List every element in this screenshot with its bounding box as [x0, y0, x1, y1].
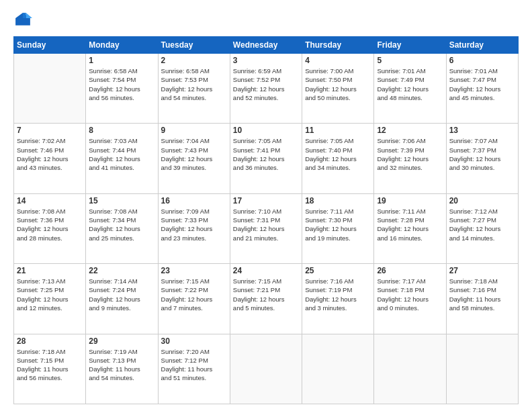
cell-4-3 [230, 334, 302, 404]
col-tuesday: Tuesday [158, 37, 230, 54]
cell-4-1: 29Sunrise: 7:19 AMSunset: 7:13 PMDayligh… [86, 334, 158, 404]
week-row-2: 7Sunrise: 7:02 AMSunset: 7:46 PMDaylight… [14, 124, 519, 193]
day-num-4-2: 30 [161, 336, 227, 346]
day-num-0-2: 2 [161, 56, 227, 65]
day-num-1-5: 12 [377, 126, 443, 135]
day-num-0-4: 4 [305, 56, 371, 65]
day-info-0-5: Sunrise: 7:01 AMSunset: 7:49 PMDaylight:… [377, 66, 443, 102]
week-row-5: 28Sunrise: 7:18 AMSunset: 7:15 PMDayligh… [14, 334, 519, 404]
cell-3-6: 27Sunrise: 7:18 AMSunset: 7:16 PMDayligh… [446, 264, 518, 334]
day-info-0-2: Sunrise: 6:58 AMSunset: 7:53 PMDaylight:… [161, 66, 227, 102]
cell-0-3: 3Sunrise: 6:59 AMSunset: 7:52 PMDaylight… [230, 54, 302, 124]
cell-1-4: 11Sunrise: 7:05 AMSunset: 7:40 PMDayligh… [302, 124, 374, 193]
cell-2-4: 18Sunrise: 7:11 AMSunset: 7:30 PMDayligh… [302, 193, 374, 263]
day-info-0-4: Sunrise: 7:00 AMSunset: 7:50 PMDaylight:… [305, 66, 371, 102]
day-num-1-4: 11 [305, 126, 371, 135]
logo [13, 11, 34, 30]
day-num-1-6: 13 [449, 126, 515, 135]
header-row: Sunday Monday Tuesday Wednesday Thursday… [14, 37, 519, 54]
day-info-2-5: Sunrise: 7:11 AMSunset: 7:28 PMDaylight:… [377, 207, 443, 242]
day-info-3-0: Sunrise: 7:13 AMSunset: 7:25 PMDaylight:… [17, 277, 83, 312]
day-info-3-1: Sunrise: 7:14 AMSunset: 7:24 PMDaylight:… [89, 277, 154, 312]
cell-3-2: 23Sunrise: 7:15 AMSunset: 7:22 PMDayligh… [158, 264, 230, 334]
day-num-3-1: 22 [89, 266, 154, 275]
day-info-1-4: Sunrise: 7:05 AMSunset: 7:40 PMDaylight:… [305, 136, 371, 172]
day-num-3-5: 26 [377, 266, 443, 275]
cell-0-0 [14, 54, 86, 124]
day-num-2-3: 17 [233, 196, 299, 205]
day-num-2-0: 14 [17, 196, 83, 205]
day-num-1-3: 10 [233, 126, 299, 135]
col-saturday: Saturday [446, 37, 518, 54]
cell-2-5: 19Sunrise: 7:11 AMSunset: 7:28 PMDayligh… [374, 193, 446, 263]
day-info-1-0: Sunrise: 7:02 AMSunset: 7:46 PMDaylight:… [17, 136, 83, 172]
day-info-1-5: Sunrise: 7:06 AMSunset: 7:39 PMDaylight:… [377, 136, 443, 172]
day-info-4-2: Sunrise: 7:20 AMSunset: 7:12 PMDaylight:… [161, 347, 227, 383]
day-info-3-4: Sunrise: 7:16 AMSunset: 7:19 PMDaylight:… [305, 277, 371, 312]
day-info-3-6: Sunrise: 7:18 AMSunset: 7:16 PMDaylight:… [449, 277, 515, 312]
logo-icon [13, 11, 32, 30]
day-num-4-1: 29 [89, 336, 154, 346]
cell-0-4: 4Sunrise: 7:00 AMSunset: 7:50 PMDaylight… [302, 54, 374, 124]
cell-3-4: 25Sunrise: 7:16 AMSunset: 7:19 PMDayligh… [302, 264, 374, 334]
week-row-1: 1Sunrise: 6:58 AMSunset: 7:54 PMDaylight… [14, 54, 519, 124]
cell-3-1: 22Sunrise: 7:14 AMSunset: 7:24 PMDayligh… [86, 264, 158, 334]
day-num-3-4: 25 [305, 266, 371, 275]
day-info-0-1: Sunrise: 6:58 AMSunset: 7:54 PMDaylight:… [89, 66, 154, 102]
cell-2-1: 15Sunrise: 7:08 AMSunset: 7:34 PMDayligh… [86, 193, 158, 263]
cell-2-0: 14Sunrise: 7:08 AMSunset: 7:36 PMDayligh… [14, 193, 86, 263]
cell-0-1: 1Sunrise: 6:58 AMSunset: 7:54 PMDaylight… [86, 54, 158, 124]
day-num-0-1: 1 [89, 56, 154, 65]
day-num-3-6: 27 [449, 266, 515, 275]
day-num-1-1: 8 [89, 126, 154, 135]
day-num-2-2: 16 [161, 196, 227, 205]
day-info-4-1: Sunrise: 7:19 AMSunset: 7:13 PMDaylight:… [89, 347, 154, 383]
calendar-table: Sunday Monday Tuesday Wednesday Thursday… [13, 36, 519, 404]
day-info-3-3: Sunrise: 7:15 AMSunset: 7:21 PMDaylight:… [233, 277, 299, 312]
week-row-3: 14Sunrise: 7:08 AMSunset: 7:36 PMDayligh… [14, 193, 519, 263]
day-num-1-2: 9 [161, 126, 227, 135]
cell-4-6 [446, 334, 518, 404]
cell-1-5: 12Sunrise: 7:06 AMSunset: 7:39 PMDayligh… [374, 124, 446, 193]
day-info-4-0: Sunrise: 7:18 AMSunset: 7:15 PMDaylight:… [17, 347, 83, 383]
day-info-2-6: Sunrise: 7:12 AMSunset: 7:27 PMDaylight:… [449, 207, 515, 242]
cell-1-6: 13Sunrise: 7:07 AMSunset: 7:37 PMDayligh… [446, 124, 518, 193]
cell-0-6: 6Sunrise: 7:01 AMSunset: 7:47 PMDaylight… [446, 54, 518, 124]
cell-3-3: 24Sunrise: 7:15 AMSunset: 7:21 PMDayligh… [230, 264, 302, 334]
page: Sunday Monday Tuesday Wednesday Thursday… [0, 0, 532, 411]
calendar-header: Sunday Monday Tuesday Wednesday Thursday… [14, 37, 519, 54]
cell-2-3: 17Sunrise: 7:10 AMSunset: 7:31 PMDayligh… [230, 193, 302, 263]
cell-1-3: 10Sunrise: 7:05 AMSunset: 7:41 PMDayligh… [230, 124, 302, 193]
cell-1-1: 8Sunrise: 7:03 AMSunset: 7:44 PMDaylight… [86, 124, 158, 193]
day-num-3-0: 21 [17, 266, 83, 275]
day-num-2-5: 19 [377, 196, 443, 205]
day-info-2-0: Sunrise: 7:08 AMSunset: 7:36 PMDaylight:… [17, 207, 83, 242]
day-info-2-2: Sunrise: 7:09 AMSunset: 7:33 PMDaylight:… [161, 207, 227, 242]
col-sunday: Sunday [14, 37, 86, 54]
day-num-3-3: 24 [233, 266, 299, 275]
day-num-0-3: 3 [233, 56, 299, 65]
day-num-1-0: 7 [17, 126, 83, 135]
cell-4-5 [374, 334, 446, 404]
cell-4-4 [302, 334, 374, 404]
day-num-3-2: 23 [161, 266, 227, 275]
cell-4-2: 30Sunrise: 7:20 AMSunset: 7:12 PMDayligh… [158, 334, 230, 404]
day-info-3-5: Sunrise: 7:17 AMSunset: 7:18 PMDaylight:… [377, 277, 443, 312]
day-info-1-1: Sunrise: 7:03 AMSunset: 7:44 PMDaylight:… [89, 136, 154, 172]
day-info-0-3: Sunrise: 6:59 AMSunset: 7:52 PMDaylight:… [233, 66, 299, 102]
day-info-2-4: Sunrise: 7:11 AMSunset: 7:30 PMDaylight:… [305, 207, 371, 242]
day-num-2-4: 18 [305, 196, 371, 205]
cell-1-2: 9Sunrise: 7:04 AMSunset: 7:43 PMDaylight… [158, 124, 230, 193]
week-row-4: 21Sunrise: 7:13 AMSunset: 7:25 PMDayligh… [14, 264, 519, 334]
day-info-1-3: Sunrise: 7:05 AMSunset: 7:41 PMDaylight:… [233, 136, 299, 172]
cell-1-0: 7Sunrise: 7:02 AMSunset: 7:46 PMDaylight… [14, 124, 86, 193]
day-num-0-6: 6 [449, 56, 515, 65]
day-info-1-6: Sunrise: 7:07 AMSunset: 7:37 PMDaylight:… [449, 136, 515, 172]
day-info-2-3: Sunrise: 7:10 AMSunset: 7:31 PMDaylight:… [233, 207, 299, 242]
cell-0-5: 5Sunrise: 7:01 AMSunset: 7:49 PMDaylight… [374, 54, 446, 124]
day-num-2-1: 15 [89, 196, 154, 205]
day-info-2-1: Sunrise: 7:08 AMSunset: 7:34 PMDaylight:… [89, 207, 154, 242]
cell-3-5: 26Sunrise: 7:17 AMSunset: 7:18 PMDayligh… [374, 264, 446, 334]
cell-3-0: 21Sunrise: 7:13 AMSunset: 7:25 PMDayligh… [14, 264, 86, 334]
header [13, 11, 519, 30]
